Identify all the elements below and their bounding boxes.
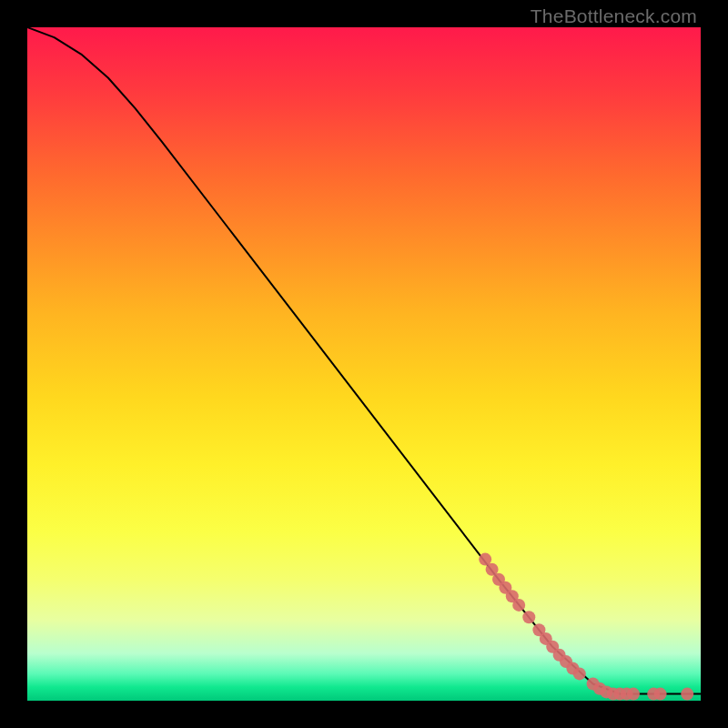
data-point — [627, 688, 640, 701]
chart-overlay — [27, 27, 701, 701]
data-point — [522, 611, 535, 623]
data-point — [681, 688, 693, 701]
data-point — [654, 688, 667, 701]
curve-line — [27, 27, 701, 694]
data-point — [512, 599, 525, 612]
watermark-text: TheBottleneck.com — [531, 5, 697, 27]
data-point — [573, 667, 586, 680]
chart-frame: TheBottleneck.com — [0, 0, 728, 728]
plot-area — [27, 27, 701, 701]
